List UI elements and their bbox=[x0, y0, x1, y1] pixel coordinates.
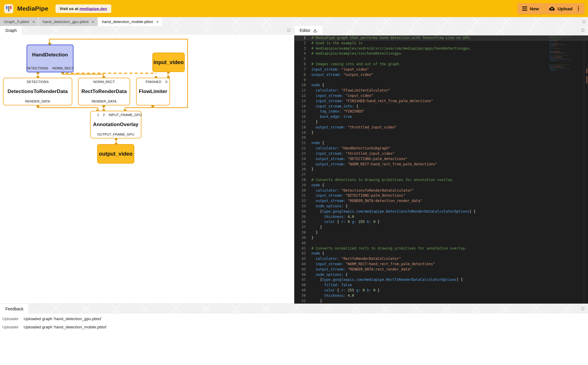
edge-throttled-loop-top bbox=[49, 39, 188, 40]
mediapipe-logo-icon bbox=[4, 4, 13, 13]
close-icon[interactable]: × bbox=[32, 19, 35, 24]
ruler-mark bbox=[586, 76, 587, 83]
edge-throttled-loop-right bbox=[187, 39, 188, 108]
close-icon[interactable]: × bbox=[92, 19, 95, 24]
tab-label: hand_detection_gpu.pbtxt bbox=[43, 19, 88, 24]
code-lines[interactable]: 1# MediaPipe graph that performs hand de… bbox=[294, 35, 588, 304]
expand-graph-panel-icon[interactable] bbox=[288, 29, 290, 32]
editor-tab-label: Editor bbox=[300, 28, 311, 33]
feedback-source: Uploader bbox=[2, 325, 21, 329]
kebab-menu-icon[interactable] bbox=[577, 6, 580, 12]
graph-node-input-video[interactable]: input_video bbox=[152, 53, 185, 72]
node-title: output_video bbox=[98, 151, 134, 157]
file-tab-bar: Graph_0.pbtxt × hand_detection_gpu.pbtxt… bbox=[0, 17, 588, 26]
port-label: RENDER_DATA bbox=[25, 100, 50, 103]
visit-us-pill[interactable]: Visit us at mediapipe.dev bbox=[55, 4, 111, 13]
port-label: DETECTIONS bbox=[27, 80, 48, 84]
port-label: 0 bbox=[166, 80, 167, 84]
tab-label: Graph_0.pbtxt bbox=[4, 19, 29, 24]
feedback-row: Uploader Uploaded graph 'hand_detection_… bbox=[2, 317, 588, 325]
tab-label: hand_detection_mobile.pbtxt bbox=[102, 19, 153, 24]
tab-graph-view[interactable]: Graph bbox=[0, 26, 22, 35]
new-button-label: New bbox=[530, 6, 539, 11]
tab-hand-detection-gpu-pbtxt[interactable]: hand_detection_gpu.pbtxt × bbox=[39, 17, 97, 26]
port-label: 2 bbox=[103, 113, 104, 117]
close-icon[interactable]: × bbox=[156, 19, 159, 24]
node-title: HandDetection bbox=[27, 45, 73, 65]
edge-dtr-renderdata-2 bbox=[37, 107, 98, 108]
tab-feedback[interactable]: Feedback bbox=[0, 304, 29, 314]
feedback-source: Uploader bbox=[2, 317, 21, 321]
feedback-row: Uploader Uploaded graph 'hand_detection_… bbox=[2, 325, 588, 333]
graph-panel-header: Graph bbox=[0, 26, 294, 35]
node-title: DetectionsToRenderData bbox=[4, 85, 72, 98]
node-title: FlowLimiter bbox=[137, 85, 169, 98]
port-label: NORM_RECT bbox=[52, 66, 74, 70]
tab-hand-detection-mobile-pbtxt[interactable]: hand_detection_mobile.pbtxt × bbox=[98, 17, 162, 26]
feedback-log: Uploader Uploaded graph 'hand_detection_… bbox=[0, 314, 588, 362]
edge-normrect-2 bbox=[62, 74, 104, 75]
download-icon[interactable] bbox=[313, 28, 317, 33]
graph-tab-label: Graph bbox=[5, 28, 17, 33]
editor-scrollbar[interactable] bbox=[584, 35, 588, 304]
port-label: DETECTIONS bbox=[26, 66, 48, 70]
tab-editor[interactable]: Editor bbox=[294, 26, 323, 35]
graph-node-flow-limiter[interactable]: FINISHED 0 FlowLimiter bbox=[136, 78, 170, 105]
ruler-mark bbox=[586, 69, 587, 73]
new-button[interactable]: New bbox=[517, 3, 544, 14]
expand-panel-icon[interactable] bbox=[583, 20, 585, 23]
node-title: RectToRenderData bbox=[79, 85, 130, 98]
feedback-tab-label: Feedback bbox=[5, 307, 23, 311]
node-title: AnnotationOverlay bbox=[91, 118, 141, 131]
edge-throttled-bottom bbox=[125, 107, 188, 108]
graph-node-hand-detection[interactable]: HandDetection DETECTIONS NORM_RECT bbox=[27, 45, 74, 72]
upload-button[interactable]: Upload bbox=[544, 3, 584, 14]
app-header: MediaPipe Visit us at mediapipe.dev New … bbox=[0, 0, 588, 17]
editor-panel-header: Editor bbox=[294, 26, 588, 35]
port-label: OUTPUT_FRAME_GPU bbox=[97, 133, 134, 136]
port-label: INPUT_FRAME_GPU bbox=[109, 113, 142, 117]
app-title: MediaPipe bbox=[17, 5, 48, 12]
expand-editor-panel-icon[interactable] bbox=[582, 29, 584, 32]
graph-node-output-video[interactable]: output_video bbox=[97, 144, 134, 164]
cloud-upload-icon bbox=[549, 6, 555, 11]
feedback-message: Uploaded graph 'hand_detection_gpu.pbtxt… bbox=[24, 317, 102, 321]
node-title: input_video bbox=[153, 59, 184, 66]
visit-prefix: Visit us at bbox=[60, 6, 79, 11]
graph-node-annotation-overlay[interactable]: 1 2 INPUT_FRAME_GPU AnnotationOverlay OU… bbox=[90, 111, 141, 138]
graph-node-detections-to-render-data[interactable]: DETECTIONS DetectionsToRenderData RENDER… bbox=[3, 78, 72, 105]
feedback-panel-header: Feedback bbox=[0, 304, 588, 314]
port-label: RENDER_DATA bbox=[92, 100, 117, 103]
port-label: FINISHED bbox=[146, 80, 161, 84]
tab-graph-0-pbtxt[interactable]: Graph_0.pbtxt × bbox=[0, 17, 38, 26]
editor-panel: Editor 1# MediaPipe graph that performs … bbox=[294, 26, 588, 304]
code-editor[interactable]: 1# MediaPipe graph that performs hand de… bbox=[294, 35, 588, 304]
feedback-message: Uploaded graph 'hand_detection_mobile.pb… bbox=[24, 325, 107, 329]
graph-node-rect-to-render-data[interactable]: NORM_RECT RectToRenderData RENDER_DATA bbox=[78, 78, 130, 105]
graph-canvas[interactable]: HandDetection DETECTIONS NORM_RECT input… bbox=[0, 35, 294, 304]
port-label: NORM_RECT bbox=[93, 80, 115, 84]
port-label: 1 bbox=[97, 113, 99, 117]
graph-panel: Graph bbox=[0, 26, 294, 304]
hamburger-icon bbox=[522, 6, 527, 12]
mediapipe-dev-link[interactable]: mediapipe.dev bbox=[79, 6, 107, 11]
upload-button-label: Upload bbox=[558, 6, 573, 11]
expand-feedback-panel-icon[interactable] bbox=[582, 307, 584, 310]
edge-backedge-finished-dashed bbox=[66, 73, 157, 74]
